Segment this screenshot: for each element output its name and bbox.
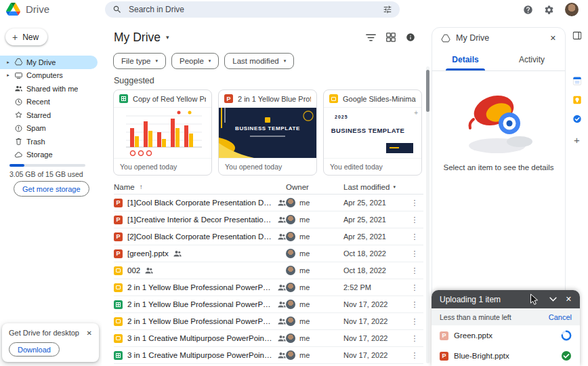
file-type-icon (114, 317, 123, 326)
more-actions-button[interactable]: ⋮ (406, 317, 423, 326)
tab-activity[interactable]: Activity (499, 48, 565, 70)
get-more-storage-button[interactable]: Get more storage (14, 181, 89, 197)
advanced-search-icon[interactable] (383, 5, 392, 14)
owner-name: me (299, 300, 310, 308)
new-button[interactable]: + New (5, 28, 47, 45)
shared-people-icon (278, 301, 286, 308)
upload-item[interactable]: Blue-Bright.pptx (432, 346, 580, 366)
owner-name: me (299, 334, 310, 342)
empty-state-illustration (448, 81, 549, 157)
upload-file-name: Green.pptx (454, 331, 492, 340)
sidebar-item-starred[interactable]: Starred (0, 108, 98, 122)
last-modified: Oct 18, 2022 (343, 249, 386, 258)
grid-view-icon[interactable] (386, 33, 396, 42)
thumb-title: BUSINESS TEMPLATE (324, 127, 412, 134)
expand-chevron-icon[interactable]: ▸ (5, 60, 11, 65)
table-row[interactable]: [1]Cool Black Corporate Presentation Des… (114, 195, 423, 211)
column-header-name[interactable]: Name (114, 183, 135, 191)
last-modified: Nov 17, 2022 (343, 300, 387, 308)
sidebar-item-recent[interactable]: Recent (0, 96, 98, 109)
last-modified: Apr 25, 2021 (343, 232, 386, 241)
owner-avatar (286, 266, 295, 275)
people-filter-chip[interactable]: People ▾ (171, 53, 219, 69)
empty-state-text: Select an item to see the details (432, 163, 565, 171)
drive-home-link[interactable]: Drive (6, 3, 49, 16)
owner-name: me (299, 249, 310, 258)
suggested-card[interactable]: Copy of Red Yellow Proj... (113, 89, 212, 176)
table-row[interactable]: [1]Creative Interior & Decor Presentatio… (114, 211, 423, 228)
file-thumbnail (114, 107, 211, 159)
help-icon[interactable] (523, 5, 533, 15)
sidebar-item-computers[interactable]: ▸ Computers (0, 69, 98, 83)
more-actions-button[interactable]: ⋮ (406, 300, 423, 309)
owner-avatar (286, 350, 295, 360)
sidebar-item-spam[interactable]: Spam (0, 122, 98, 136)
sidebar-item-my-drive[interactable]: ▸ My Drive (0, 56, 98, 69)
table-row[interactable]: [green].pptx me Oct 18, 2022 ⋮ (114, 245, 423, 262)
calendar-icon[interactable] (572, 77, 581, 85)
more-actions-button[interactable]: ⋮ (406, 232, 423, 241)
chevron-down-icon[interactable]: ▾ (393, 184, 396, 190)
table-row[interactable]: 3 in 1 Creative Multipurpose PowerPoint … (114, 347, 423, 364)
more-actions-button[interactable]: ⋮ (406, 266, 423, 275)
sidebar-item-trash[interactable]: Trash (0, 135, 98, 148)
settings-gear-icon[interactable] (544, 5, 554, 15)
sort-ascending-icon[interactable]: ↑ (140, 183, 143, 190)
upload-panel: Uploading 1 item ✕ Less than a minute le… (432, 290, 580, 366)
table-row[interactable]: 2 in 1 Yellow Blue Professional PowerPoi… (114, 313, 423, 330)
suggested-card[interactable]: 2 in 1 Yellow Blue Profession... (218, 89, 317, 176)
more-actions-button[interactable]: ⋮ (406, 249, 423, 258)
upload-item[interactable]: Green.pptx (432, 325, 580, 346)
account-avatar[interactable] (565, 3, 579, 16)
sidebar-item-shared-with-me[interactable]: Shared with me (0, 82, 98, 96)
last-modified: Nov 17, 2022 (343, 317, 387, 325)
more-actions-button[interactable]: ⋮ (406, 216, 423, 224)
column-header-last-modified[interactable]: Last modified (343, 183, 390, 191)
keep-icon[interactable] (572, 96, 581, 104)
owner-avatar (286, 232, 295, 241)
close-icon[interactable]: ✕ (550, 34, 556, 43)
side-panel-toggle-icon[interactable] (572, 31, 581, 40)
more-actions-button[interactable]: ⋮ (406, 351, 423, 360)
promo-close-icon[interactable]: ✕ (87, 329, 92, 337)
search-input[interactable]: Search in Drive (129, 5, 376, 14)
close-icon[interactable]: ✕ (566, 295, 572, 304)
table-row[interactable]: 2 in 1 Yellow Blue Professional PowerPoi… (114, 296, 423, 313)
last-modified: Oct 18, 2022 (343, 266, 386, 274)
cancel-upload-button[interactable]: Cancel (549, 313, 572, 321)
file-name: 3 in 1 Creative Multipurpose PowerPoint … (127, 351, 273, 359)
table-row[interactable]: 002 me Oct 18, 2022 ⋮ (114, 262, 423, 279)
last-modified: 2:52 PM (343, 283, 371, 291)
tab-details[interactable]: Details (432, 48, 499, 70)
owner-name: me (299, 199, 310, 207)
file-type-filter-chip[interactable]: File type ▾ (113, 53, 166, 69)
sidebar-item-label: Trash (26, 138, 45, 146)
tasks-icon[interactable] (572, 115, 581, 123)
table-row[interactable]: 3 in 1 Creative Multipurpose PowerPoint … (114, 330, 423, 347)
last-modified-filter-chip[interactable]: Last modified ▾ (224, 53, 294, 69)
minimize-chevron-icon[interactable] (549, 297, 557, 302)
table-row[interactable]: 2 in 1 Yellow Blue Professional PowerPoi… (114, 279, 423, 296)
sidebar-item-storage[interactable]: Storage (0, 148, 98, 162)
download-button[interactable]: Download (9, 342, 60, 357)
suggested-card[interactable]: Google Slides-Minimali... 2025 BUSINESS … (323, 89, 422, 176)
filter-funnel-icon[interactable] (366, 33, 376, 42)
table-row[interactable]: [2]Cool Black Corporate Presentation Des… (114, 228, 423, 245)
expand-chevron-icon[interactable]: ▸ (5, 73, 11, 78)
get-addons-icon[interactable]: + (574, 134, 580, 146)
search-bar[interactable]: Search in Drive (105, 1, 400, 18)
pptx-file-icon (440, 331, 448, 340)
file-type-icon (114, 300, 123, 309)
file-type-icon (114, 249, 123, 258)
column-header-owner[interactable]: Owner (286, 183, 343, 191)
trash-icon (14, 137, 23, 146)
more-actions-button[interactable]: ⋮ (406, 334, 423, 343)
more-actions-button[interactable]: ⋮ (406, 283, 423, 292)
more-actions-button[interactable]: ⋮ (406, 199, 423, 207)
upload-panel-header: Uploading 1 item ✕ (432, 290, 580, 308)
scrollbar-thumb[interactable] (426, 70, 429, 112)
upload-panel-title: Uploading 1 item (440, 295, 501, 304)
details-info-icon[interactable] (406, 33, 415, 42)
page-title-dropdown[interactable]: My Drive ▾ (114, 30, 169, 45)
owner-avatar (286, 283, 295, 292)
